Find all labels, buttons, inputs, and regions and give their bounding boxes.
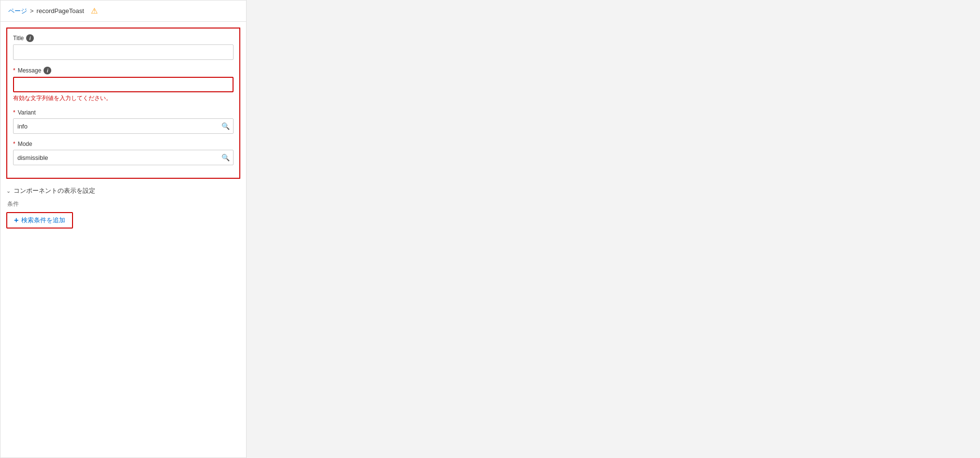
condition-label: 条件 xyxy=(6,200,240,208)
breadcrumb-separator: > xyxy=(30,7,34,14)
section-header[interactable]: ⌄ コンポーネントの表示を設定 xyxy=(6,186,240,195)
add-condition-label: 検索条件を追加 xyxy=(21,216,65,225)
mode-input-wrapper: 🔍 xyxy=(13,150,234,165)
variant-required-marker: * xyxy=(13,109,15,116)
section-title: コンポーネントの表示を設定 xyxy=(14,186,95,195)
mode-field-group: * Mode 🔍 xyxy=(13,141,234,165)
breadcrumb: ページ > recordPageToast ⚠ xyxy=(0,0,246,22)
mode-required-marker: * xyxy=(13,141,15,147)
title-info-icon[interactable]: i xyxy=(26,34,34,42)
title-label-text: Title xyxy=(13,35,24,42)
variant-field-group: * Variant 🔍 xyxy=(13,109,234,134)
component-section: ⌄ コンポーネントの表示を設定 条件 + 検索条件を追加 xyxy=(6,186,240,229)
add-condition-button[interactable]: + 検索条件を追加 xyxy=(6,212,73,229)
variant-input[interactable] xyxy=(13,118,234,134)
mode-label: * Mode xyxy=(13,141,234,147)
message-error-text: 有効な文字列値を入力してください。 xyxy=(13,94,234,102)
message-label: * Message i xyxy=(13,67,234,74)
mode-label-text: Mode xyxy=(18,141,32,147)
message-required-marker: * xyxy=(13,67,15,74)
title-input[interactable] xyxy=(13,44,234,60)
variant-label: * Variant xyxy=(13,109,234,116)
title-label: Title i xyxy=(13,34,234,42)
breadcrumb-current: recordPageToast xyxy=(37,7,84,14)
plus-icon: + xyxy=(14,216,18,225)
variant-label-text: Variant xyxy=(18,109,36,116)
message-field-group: * Message i 有効な文字列値を入力してください。 xyxy=(13,67,234,102)
variant-input-wrapper: 🔍 xyxy=(13,118,234,134)
message-input[interactable] xyxy=(13,77,234,92)
message-info-icon[interactable]: i xyxy=(44,67,51,74)
message-label-text: Message xyxy=(18,67,42,74)
chevron-icon: ⌄ xyxy=(6,188,11,194)
warning-icon: ⚠ xyxy=(91,6,98,15)
title-field-group: Title i xyxy=(13,34,234,60)
mode-input[interactable] xyxy=(13,150,234,165)
breadcrumb-parent[interactable]: ページ xyxy=(8,7,27,15)
form-section: Title i * Message i 有効な文字列値を入力してください。 * … xyxy=(6,28,240,179)
properties-panel: ページ > recordPageToast ⚠ Title i * Messag… xyxy=(0,0,247,458)
